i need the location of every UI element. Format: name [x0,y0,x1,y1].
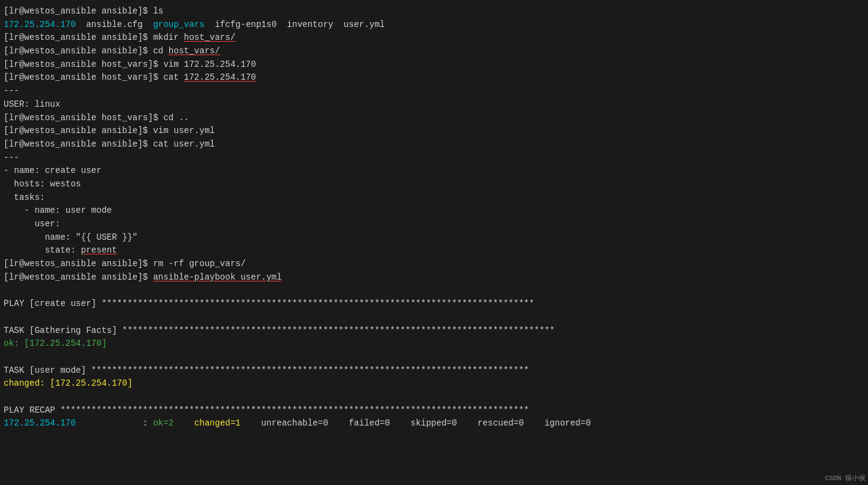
line-cd-hostvars: [lr@westos_ansible ansible]$ cd host_var… [4,45,864,58]
empty-line-1 [4,284,864,297]
line-yaml-sep2: --- [4,151,864,165]
line-yaml-sep1: --- [4,85,864,98]
line-yaml-hosts: hosts: westos [4,178,864,191]
line-ok: ok: [172.25.254.170] [4,337,864,351]
line-yaml-tasks: tasks: [4,191,864,205]
terminal: [lr@westos_ansible ansible]$ ls 172.25.2… [0,0,868,435]
line-vim-useryml: [lr@westos_ansible ansible]$ vim user.ym… [4,124,864,138]
line-yaml-state: state: present [4,244,864,258]
line-cat-useryml: [lr@westos_ansible ansible]$ cat user.ym… [4,138,864,151]
watermark: CSDN 猿小侯 [825,473,866,483]
line-cat-ip: [lr@westos_ansible host_vars]$ cat 172.2… [4,71,864,85]
line-yaml-user: user: [4,218,864,231]
line-yaml-taskname: - name: user mode [4,204,864,218]
line-task-usermode: TASK [user mode] ***********************… [4,364,864,378]
empty-line-3 [4,351,864,364]
line-task-gathering: TASK [Gathering Facts] *****************… [4,324,864,338]
line-play-recap-header: PLAY RECAP *****************************… [4,404,864,418]
line-ls-output: 172.25.254.170 ansible.cfg group_vars if… [4,18,864,32]
line-ls-cmd: [lr@westos_ansible ansible]$ ls [4,5,864,18]
line-yaml-namevar: name: "{{ USER }}" [4,231,864,245]
line-mkdir: [lr@westos_ansible ansible]$ mkdir host_… [4,31,864,45]
line-rm-groupvars: [lr@westos_ansible ansible]$ rm -rf grou… [4,258,864,271]
line-changed: changed: [172.25.254.170] [4,377,864,391]
line-ansible-playbook: [lr@westos_ansible ansible]$ ansible-pla… [4,271,864,285]
line-cd-dotdot: [lr@westos_ansible host_vars]$ cd .. [4,112,864,125]
line-yaml-name: - name: create user [4,164,864,178]
empty-line-4 [4,391,864,404]
line-user-var: USER: linux [4,98,864,112]
empty-line-2 [4,311,864,324]
line-play-header: PLAY [create user] *********************… [4,297,864,311]
line-recap-stats: 172.25.254.170 : ok=2 changed=1 unreacha… [4,417,864,430]
line-vim-ip: [lr@westos_ansible host_vars]$ vim 172.2… [4,58,864,72]
